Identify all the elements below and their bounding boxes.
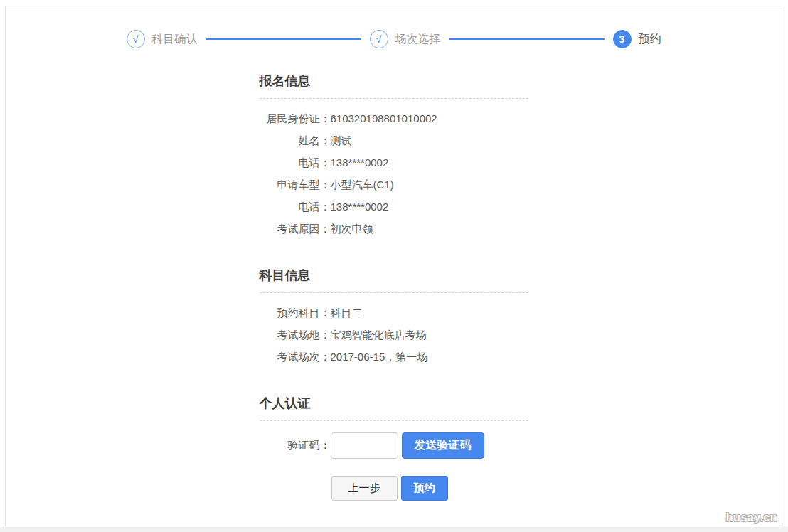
row-label: 考试场次： bbox=[260, 346, 331, 368]
step-label: 预约 bbox=[639, 32, 661, 47]
content-column: 报名信息 居民身份证： 610320198801010002 姓名： 测试 电话… bbox=[260, 73, 528, 501]
info-row: 考试场次： 2017-06-15，第一场 bbox=[260, 346, 528, 368]
row-label: 姓名： bbox=[260, 129, 331, 151]
check-icon: √ bbox=[370, 30, 388, 48]
row-value: 2017-06-15，第一场 bbox=[331, 346, 528, 368]
info-row: 考试场地： 宝鸡智能化底店考场 bbox=[260, 324, 528, 346]
section-title: 科目信息 bbox=[260, 267, 528, 293]
section-title: 报名信息 bbox=[260, 73, 528, 99]
subject-section: 科目信息 预约科目： 科目二 考试场地： 宝鸡智能化底店考场 考试场次： 201… bbox=[260, 267, 528, 368]
step-subject-confirm: √ 科目确认 bbox=[127, 30, 198, 48]
submit-appointment-button[interactable]: 预约 bbox=[401, 476, 448, 501]
captcha-input[interactable] bbox=[331, 432, 398, 459]
stepper-connector bbox=[449, 38, 605, 40]
bottom-strip bbox=[0, 527, 788, 532]
info-row: 居民身份证： 610320198801010002 bbox=[260, 107, 528, 129]
row-label: 电话： bbox=[260, 196, 331, 218]
row-value: 初次申领 bbox=[331, 218, 528, 240]
stepper-connector bbox=[206, 38, 361, 40]
row-label: 考试场地： bbox=[260, 324, 331, 346]
row-value: 138****0002 bbox=[331, 151, 528, 174]
step-label: 科目确认 bbox=[152, 32, 198, 47]
step-session-select: √ 场次选择 bbox=[370, 30, 441, 48]
registration-section: 报名信息 居民身份证： 610320198801010002 姓名： 测试 电话… bbox=[260, 73, 528, 240]
action-buttons: 上一步 预约 bbox=[260, 476, 528, 501]
row-value: 小型汽车(C1) bbox=[331, 174, 528, 196]
info-row: 申请车型： 小型汽车(C1) bbox=[260, 174, 528, 196]
info-row: 考试原因： 初次申领 bbox=[260, 218, 528, 240]
step-number-badge: 3 bbox=[613, 30, 632, 48]
appointment-card: √ 科目确认 √ 场次选择 3 预约 报名信息 居民身份证： 610320198… bbox=[5, 6, 782, 526]
captcha-label: 验证码： bbox=[260, 439, 331, 452]
row-label: 考试原因： bbox=[260, 218, 331, 240]
step-label: 场次选择 bbox=[395, 32, 441, 47]
row-label: 居民身份证： bbox=[260, 107, 331, 129]
step-appointment: 3 预约 bbox=[613, 30, 661, 48]
watermark: husay.cn bbox=[726, 511, 777, 524]
info-row: 电话： 138****0002 bbox=[260, 151, 528, 174]
check-icon: √ bbox=[127, 30, 145, 48]
info-row: 姓名： 测试 bbox=[260, 129, 528, 151]
row-label: 预约科目： bbox=[260, 302, 331, 324]
row-value: 610320198801010002 bbox=[331, 107, 528, 129]
captcha-form-row: 验证码： 发送验证码 bbox=[260, 432, 528, 459]
prev-step-button[interactable]: 上一步 bbox=[331, 476, 398, 501]
stepper: √ 科目确认 √ 场次选择 3 预约 bbox=[127, 30, 661, 48]
subject-rows: 预约科目： 科目二 考试场地： 宝鸡智能化底店考场 考试场次： 2017-06-… bbox=[260, 302, 528, 368]
row-label: 电话： bbox=[260, 151, 331, 174]
send-captcha-button[interactable]: 发送验证码 bbox=[402, 432, 484, 459]
registration-rows: 居民身份证： 610320198801010002 姓名： 测试 电话： 138… bbox=[260, 107, 528, 240]
info-row: 预约科目： 科目二 bbox=[260, 302, 528, 324]
info-row: 电话： 138****0002 bbox=[260, 196, 528, 218]
row-value: 科目二 bbox=[331, 302, 528, 324]
row-value: 测试 bbox=[331, 129, 528, 151]
row-value: 宝鸡智能化底店考场 bbox=[331, 324, 528, 346]
verification-section: 个人认证 验证码： 发送验证码 bbox=[260, 395, 528, 459]
row-label: 申请车型： bbox=[260, 174, 331, 196]
section-title: 个人认证 bbox=[260, 395, 528, 421]
row-value: 138****0002 bbox=[331, 196, 528, 218]
